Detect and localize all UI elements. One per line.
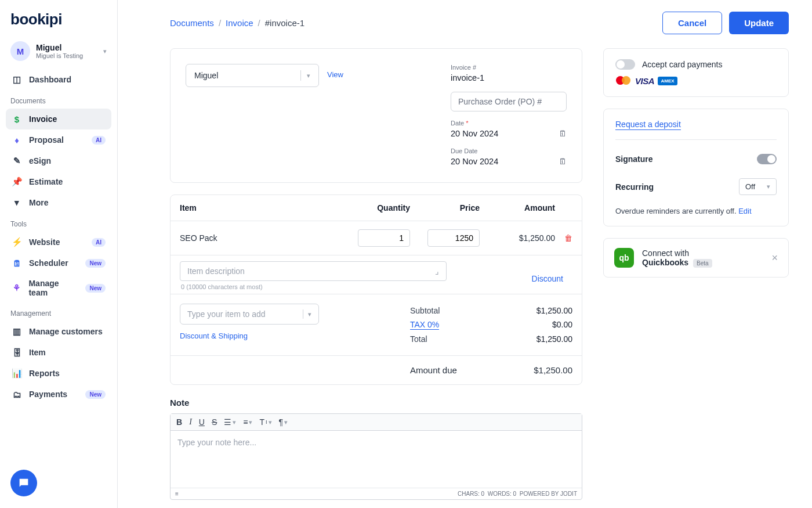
nav-label: Invoice — [29, 114, 57, 124]
editor-toolbar: B I U S ☰ ▾ ≡ ▾ TI ▾ ¶ ▾ — [171, 414, 582, 431]
avatar: M — [10, 41, 30, 61]
nav-more[interactable]: ▾ More — [6, 192, 111, 213]
section-management: Management — [6, 302, 111, 321]
qb-connect-text: Connect with — [642, 248, 763, 258]
italic-button[interactable]: I — [189, 417, 192, 427]
user-subtitle: Miguel is Testing — [36, 52, 97, 59]
underline-button[interactable]: U — [199, 417, 205, 427]
add-item-input[interactable]: Type your item to add ▾ — [180, 304, 319, 325]
chevron-down-icon: ▾ — [12, 197, 22, 208]
breadcrumb: Documents / Invoice / #invoice-1 — [170, 18, 304, 28]
due-date-input[interactable]: 20 Nov 2024 🗓 — [451, 156, 567, 167]
edit-reminders-link[interactable]: Edit — [738, 207, 751, 215]
update-button[interactable]: Update — [729, 12, 789, 34]
payment-icons: VISA AMEX — [615, 75, 777, 86]
line-discount-link[interactable]: Discount — [532, 274, 563, 283]
discount-shipping-link[interactable]: Discount & Shipping — [180, 332, 410, 340]
nav-label: Reports — [29, 369, 60, 378]
invoice-number-label: Invoice # — [451, 64, 567, 71]
item-name[interactable]: SEO Pack — [180, 233, 346, 243]
customer-select[interactable]: Miguel ▾ — [186, 64, 319, 87]
nav-label: Website — [29, 237, 60, 247]
po-placeholder: Purchase Order (PO) # — [458, 97, 542, 106]
nav-label: Manage customers — [29, 327, 103, 336]
nav-estimate[interactable]: 📌 Estimate — [6, 171, 111, 192]
nav-label: Item — [29, 348, 46, 357]
nav-label: More — [29, 198, 48, 207]
section-documents: Documents — [6, 90, 111, 109]
nav-proposal[interactable]: ♦ Proposal AI — [6, 129, 111, 150]
nav-item[interactable]: 🗄 Item — [6, 342, 111, 363]
close-qb-button[interactable]: × — [771, 252, 778, 264]
quickbooks-icon: qb — [614, 248, 634, 268]
strike-button[interactable]: S — [212, 417, 217, 427]
settings-card: Request a deposit Signature Recurring Of… — [603, 109, 789, 226]
qty-input[interactable] — [358, 229, 410, 247]
delete-line-button[interactable]: 🗑 — [555, 233, 572, 243]
bulb-icon: ♦ — [12, 135, 22, 145]
beta-badge: Beta — [693, 259, 712, 268]
nav-website[interactable]: ⚡ Website AI — [6, 232, 111, 253]
items-header: Item Quantity Price Amount — [171, 195, 582, 221]
number-list-button[interactable]: ≡ ▾ — [243, 417, 252, 427]
chat-launcher[interactable] — [10, 470, 37, 496]
tax-link[interactable]: TAX 0% — [410, 320, 439, 330]
qb-name[interactable]: Quickbooks — [642, 258, 688, 267]
breadcrumb-current: #invoice-1 — [265, 18, 304, 28]
nav-label: Scheduler — [29, 258, 68, 268]
user-name: Miguel — [36, 43, 97, 52]
chevron-down-icon: ▾ — [308, 311, 311, 318]
po-input[interactable]: Purchase Order (PO) # — [451, 92, 567, 111]
nav-invoice[interactable]: $ Invoice — [6, 109, 111, 129]
user-menu[interactable]: M Miguel Miguel is Testing ▾ — [6, 39, 111, 69]
briefcase-icon: 🗄 — [12, 347, 22, 358]
amount-due-value: $1,250.00 — [534, 365, 572, 375]
nav-reports[interactable]: 📊 Reports — [6, 363, 111, 384]
view-customer-link[interactable]: View — [327, 64, 343, 79]
main-content: Documents / Invoice / #invoice-1 Cancel … — [118, 0, 812, 508]
recurring-select[interactable]: Off ▾ — [739, 178, 777, 195]
customer-value: Miguel — [194, 71, 295, 80]
bold-button[interactable]: B — [176, 417, 182, 427]
breadcrumb-invoice[interactable]: Invoice — [226, 18, 253, 28]
paragraph-button[interactable]: ¶ ▾ — [279, 417, 288, 427]
nav-scheduler[interactable]: 🗓 Scheduler New — [6, 253, 111, 273]
visa-icon: VISA — [635, 76, 654, 86]
calendar-icon: 🗓 — [559, 129, 567, 138]
breadcrumb-documents[interactable]: Documents — [170, 18, 214, 28]
nav-esign[interactable]: ✎ eSign — [6, 150, 111, 171]
team-icon: ⚘ — [12, 283, 21, 293]
note-textarea[interactable]: Type your note here... — [171, 431, 582, 488]
quickbooks-card: qb Connect with Quickbooks Beta × — [603, 238, 789, 278]
signature-label: Signature — [615, 154, 653, 164]
bullet-list-button[interactable]: ☰ ▾ — [224, 417, 236, 427]
subtotal-value: $1,250.00 — [536, 306, 572, 315]
cancel-button[interactable]: Cancel — [662, 12, 722, 34]
date-input[interactable]: 20 Nov 2024 🗓 — [451, 128, 567, 139]
chevron-down-icon: ▾ — [307, 72, 310, 80]
accept-cards-toggle[interactable] — [615, 59, 635, 70]
new-badge: New — [85, 259, 106, 268]
invoice-number[interactable]: invoice-1 — [451, 72, 567, 84]
calendar-icon: 🗓 — [12, 258, 22, 268]
resize-handle[interactable]: ≡ — [175, 491, 179, 497]
nav-manage-team[interactable]: ⚘ Manage team New — [6, 273, 111, 302]
nav-label: Estimate — [29, 177, 63, 186]
bolt-icon: ⚡ — [12, 237, 22, 247]
nav-label: Payments — [29, 390, 67, 399]
item-description-input[interactable]: Item description ⌟ — [180, 261, 447, 281]
grid-icon: ◫ — [12, 74, 22, 85]
note-title: Note — [170, 398, 582, 408]
line-amount: $1,250.00 — [480, 233, 555, 243]
chevron-down-icon: ▾ — [103, 48, 107, 55]
signature-toggle[interactable] — [757, 154, 777, 164]
request-deposit-link[interactable]: Request a deposit — [615, 120, 681, 130]
text-size-button[interactable]: TI ▾ — [259, 417, 271, 427]
price-input[interactable] — [427, 229, 480, 247]
nav-manage-customers[interactable]: ▥ Manage customers — [6, 321, 111, 342]
nav-label: eSign — [29, 156, 51, 165]
mastercard-icon — [615, 75, 632, 86]
nav-payments[interactable]: 🗂 Payments New — [6, 384, 111, 405]
nav-dashboard[interactable]: ◫ Dashboard — [6, 69, 111, 90]
pen-icon: ✎ — [12, 156, 22, 166]
